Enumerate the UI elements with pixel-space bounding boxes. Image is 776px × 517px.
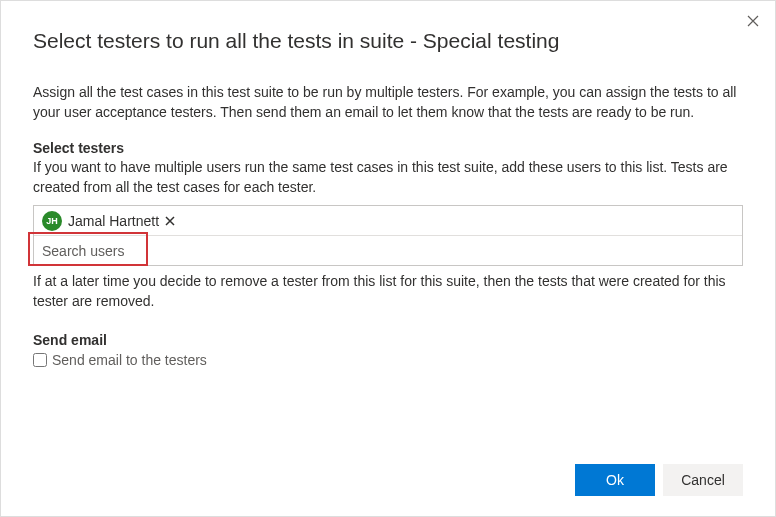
dialog-footer: Ok Cancel	[33, 452, 743, 496]
search-row	[34, 236, 742, 266]
close-button[interactable]	[743, 11, 763, 31]
send-email-checkbox-row: Send email to the testers	[33, 352, 743, 368]
intro-text: Assign all the test cases in this test s…	[33, 83, 743, 122]
user-picker: JH Jamal Hartnett	[33, 205, 743, 266]
select-testers-label: Select testers	[33, 140, 743, 156]
close-icon	[747, 15, 759, 27]
ok-button[interactable]: Ok	[575, 464, 655, 496]
send-email-checkbox-label[interactable]: Send email to the testers	[52, 352, 207, 368]
search-users-input[interactable]	[42, 243, 734, 259]
user-name-label: Jamal Hartnett	[68, 213, 159, 229]
dialog-title: Select testers to run all the tests in s…	[33, 29, 743, 53]
send-email-label: Send email	[33, 332, 743, 348]
dialog-container: Select testers to run all the tests in s…	[1, 1, 775, 516]
select-testers-description: If you want to have multiple users run t…	[33, 158, 743, 197]
remove-icon	[165, 216, 175, 226]
select-testers-note: If at a later time you decide to remove …	[33, 272, 743, 311]
avatar: JH	[42, 211, 62, 231]
selected-user-chip: JH Jamal Hartnett	[34, 206, 742, 236]
cancel-button[interactable]: Cancel	[663, 464, 743, 496]
send-email-checkbox[interactable]	[33, 353, 47, 367]
select-testers-section: Select testers If you want to have multi…	[33, 140, 743, 331]
remove-user-button[interactable]	[165, 216, 175, 226]
send-email-section: Send email Send email to the testers	[33, 332, 743, 368]
